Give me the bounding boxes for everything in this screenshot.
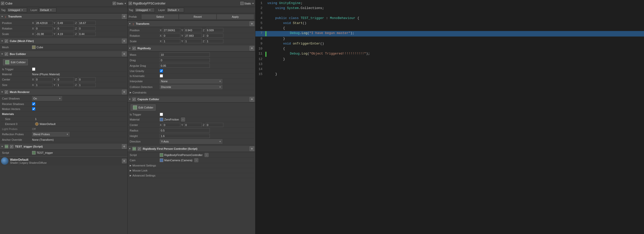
cube-static-checkbox[interactable]	[113, 2, 116, 5]
cube-meshfilter-title: Cube (Mesh Filter)	[10, 40, 121, 42]
fps-rigidbody-checkbox[interactable]	[132, 47, 136, 50]
cube-meshrenderer-header[interactable]: ▼ Mesh Renderer ⚙	[0, 89, 127, 95]
cube-transform-settings[interactable]: ⚙	[122, 14, 126, 19]
cube-element0-row: Element 0 WaterDefault	[1, 122, 126, 126]
cube-meshrenderer-settings[interactable]: ⚙	[122, 90, 126, 94]
cube-testtrigger-settings[interactable]: ⚙	[122, 144, 126, 149]
fps-rot-z-input[interactable]	[206, 34, 223, 38]
cube-sy-input[interactable]	[57, 83, 74, 87]
fps-rot-x-input[interactable]	[163, 34, 180, 38]
cube-motionvectors-checkbox[interactable]	[32, 107, 35, 110]
fps-scale-z-input[interactable]	[206, 39, 223, 43]
cube-meshfilter-header[interactable]: ▼ Cube (Mesh Filter) ⚙	[0, 38, 127, 44]
fps-angulardrag-input[interactable]	[160, 64, 210, 68]
fps-mass-input[interactable]	[160, 52, 210, 57]
cube-testtrigger-checkbox[interactable]	[10, 145, 13, 148]
cube-meshrenderer-body: Cast Shadows On Receive Shadows Motion V…	[0, 95, 127, 143]
cube-pos-x-input[interactable]	[35, 21, 53, 25]
fps-script-settings[interactable]: ⚙	[250, 146, 254, 151]
fps-prefab-select-btn[interactable]: Select	[141, 14, 179, 20]
fps-cccy-input[interactable]	[184, 123, 202, 127]
cube-sz-input[interactable]	[78, 83, 96, 87]
fps-transform-settings-btn[interactable]: ⚙	[250, 22, 254, 26]
cube-layer-select[interactable]: Default ▼	[39, 8, 56, 12]
cube-name: Cube	[5, 2, 112, 5]
fps-script-target-btn[interactable]: ○	[205, 153, 209, 157]
fps-rigidbody-header[interactable]: ▼ Rigidbody ⚙	[128, 45, 255, 52]
cube-testtrigger-header[interactable]: ▼ C# TEST_trigger (Script) ⚙	[0, 143, 127, 150]
fps-rot-y-input[interactable]	[184, 34, 202, 38]
fps-istrigger-checkbox[interactable]	[160, 113, 163, 116]
cube-cz-input[interactable]	[78, 77, 96, 82]
fps-interpolate-dropdown[interactable]: None	[160, 79, 222, 84]
fps-capsulecollider-checkbox[interactable]	[132, 98, 136, 101]
fps-ccmaterial-target-btn[interactable]: ○	[181, 118, 185, 122]
cube-meshfilter-settings[interactable]: ⚙	[122, 39, 126, 43]
cube-rot-y-input[interactable]	[57, 26, 74, 30]
fps-pos-y-input[interactable]	[184, 28, 202, 32]
cube-boxcollider-header[interactable]: ▼ Box Collider ⚙	[0, 51, 127, 57]
cube-sx-input[interactable]	[35, 83, 53, 87]
fps-cccx-input[interactable]	[163, 123, 180, 127]
cube-script-row: Script TEST_trigger	[1, 150, 126, 155]
fps-scale-x-input[interactable]	[163, 39, 180, 43]
fps-active-checkbox[interactable]	[129, 2, 132, 5]
cube-receiveshadows-checkbox[interactable]	[32, 102, 35, 106]
fps-advanced-row[interactable]: ▶ Advanced Settings	[129, 173, 254, 178]
fps-constraints-row[interactable]: ▶ Constraints	[129, 90, 254, 95]
fps-pos-x-input[interactable]	[163, 28, 180, 32]
cube-pos-z-input[interactable]	[78, 21, 96, 25]
cube-boxcollider-settings[interactable]: ⚙	[122, 52, 126, 56]
cube-scale-z-input[interactable]	[78, 32, 96, 36]
cube-edit-collider-btn[interactable]: Edit Collider	[3, 59, 28, 65]
fps-transform-header[interactable]: ▼ ↕ Transform ⚙	[128, 20, 255, 27]
fps-pos-z-input[interactable]	[206, 28, 223, 32]
fps-capsulecollider-settings[interactable]: ⚙	[250, 97, 254, 102]
fps-cam-target-btn[interactable]: ○	[194, 158, 198, 162]
fps-usegravity-checkbox[interactable]	[160, 69, 163, 72]
fps-constraints-label: Constraints	[132, 91, 163, 94]
cube-cy-input[interactable]	[57, 77, 74, 82]
water-default-settings[interactable]: ⚙	[122, 159, 126, 163]
fps-rigidbody-settings[interactable]: ⚙	[250, 46, 254, 50]
cube-active-checkbox[interactable]	[1, 2, 4, 5]
cube-rot-x-input[interactable]	[35, 26, 53, 30]
fps-radius-input[interactable]	[160, 128, 210, 132]
fps-static-arrow[interactable]: ▼	[252, 2, 254, 5]
fps-drag-input[interactable]	[160, 58, 210, 62]
fps-static-checkbox[interactable]	[240, 2, 244, 5]
cube-cx-input[interactable]	[35, 77, 53, 82]
fps-iskinematic-checkbox[interactable]	[160, 74, 163, 78]
cube-rot-z-input[interactable]	[78, 26, 96, 30]
cube-istrigger-checkbox[interactable]	[32, 68, 35, 71]
fps-mouselook-row[interactable]: ▶ Mouse Look	[129, 168, 254, 173]
cube-reflectionprobes-dropdown[interactable]: Blend Probes	[32, 132, 70, 136]
cube-boxcollider-checkbox[interactable]	[5, 52, 8, 56]
fps-direction-dropdown[interactable]: Y-Axis	[160, 139, 222, 144]
fps-cccz-input[interactable]	[206, 123, 223, 127]
fps-height-input[interactable]	[160, 134, 210, 138]
cube-transform-header[interactable]: ▼ ↕ Transform ⚙	[0, 13, 127, 20]
fps-prefab-revert-btn[interactable]: Revert	[179, 14, 216, 20]
cube-castshadows-dropdown[interactable]: On	[32, 96, 62, 101]
cube-scale-x-input[interactable]	[35, 32, 53, 36]
cube-meshfilter-checkbox[interactable]	[5, 40, 8, 43]
cube-tag-select[interactable]: Untagged ▼	[7, 8, 27, 12]
fps-edit-collider-btn[interactable]: Edit Collider	[131, 104, 155, 110]
code-line-2: 2 using System.Collections;	[255, 6, 644, 11]
fps-capsulecollider-header[interactable]: ▼ Capsule Collider ⚙	[128, 96, 255, 102]
line-content-12: }	[267, 57, 644, 61]
fps-collision-dropdown[interactable]: Discrete	[160, 85, 222, 89]
cube-pos-y-input[interactable]	[57, 21, 74, 25]
cube-static-arrow[interactable]: ▼	[124, 2, 126, 5]
cube-meshfilter-body: Mesh Cube	[0, 44, 127, 51]
cube-meshrenderer-checkbox[interactable]	[5, 90, 8, 94]
fps-scale-y-input[interactable]	[184, 39, 202, 43]
fps-layer-select[interactable]: Default ▼	[167, 8, 184, 12]
fps-prefab-apply-btn[interactable]: Apply	[217, 14, 254, 20]
fps-movement-row[interactable]: ▶ Movement Settings	[129, 163, 254, 168]
fps-tag-select[interactable]: Untagged ▼	[135, 8, 155, 12]
fps-script-checkbox[interactable]	[138, 147, 141, 150]
fps-script-header[interactable]: ▼ C# Rigidbody First Person Controller (…	[128, 146, 255, 152]
cube-scale-y-input[interactable]	[57, 32, 74, 36]
